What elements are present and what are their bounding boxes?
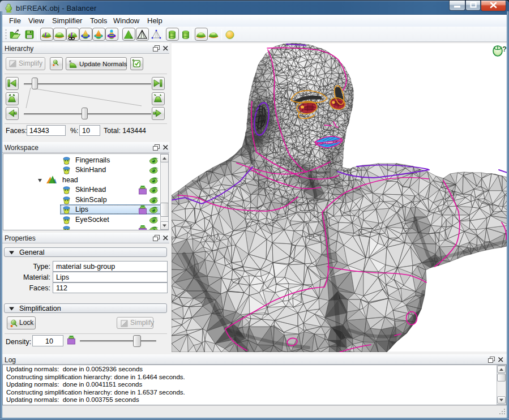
svg-text:?: ? <box>502 45 507 53</box>
